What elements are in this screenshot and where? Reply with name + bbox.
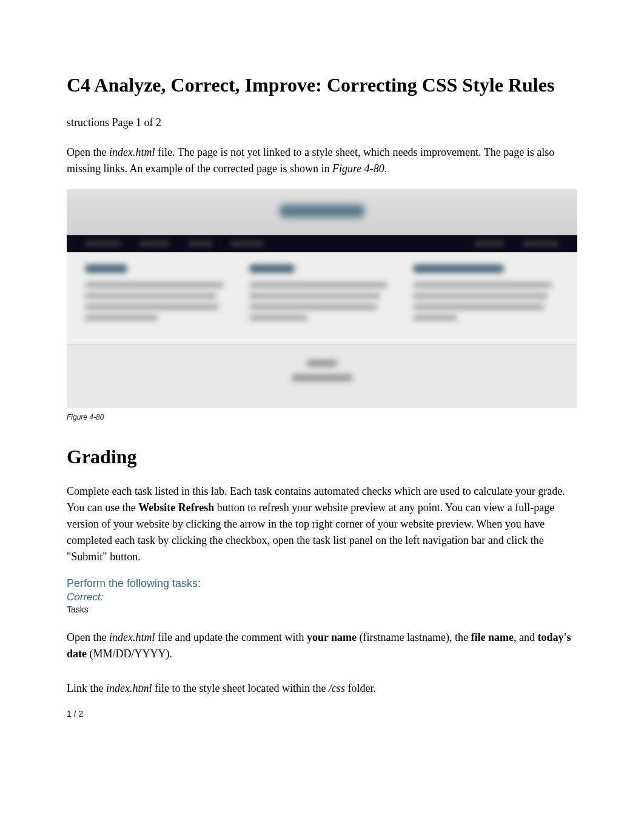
- intro-figure-ref: Figure 4-80: [332, 163, 384, 175]
- figure-nav-bar: [67, 235, 577, 252]
- column-heading-placeholder: [413, 264, 504, 273]
- subtitle-text: structions Page 1 of 2: [67, 116, 577, 129]
- footer-text-placeholder: [307, 360, 337, 367]
- column-text-placeholder: [249, 282, 388, 288]
- column-text-placeholder: [249, 315, 307, 321]
- nav-item-placeholder: [139, 241, 170, 247]
- column-text-placeholder: [413, 304, 545, 310]
- column-text-placeholder: [413, 293, 547, 299]
- figure-footer: [67, 344, 577, 408]
- nav-item-placeholder: [230, 241, 264, 247]
- grading-paragraph: Complete each task listed in this lab. E…: [67, 483, 577, 565]
- task1-bold-2: file name: [471, 631, 514, 643]
- column-text-placeholder: [85, 304, 219, 310]
- column-text-placeholder: [249, 304, 378, 310]
- task1-text-5: (MM/DD/YYYY).: [87, 648, 172, 660]
- footer-text-placeholder: [292, 374, 352, 381]
- tasks-label: Tasks: [67, 605, 577, 614]
- figure-title-placeholder: [280, 204, 364, 218]
- task1-text-4: , and: [514, 631, 538, 643]
- task1-bold-1: your name: [307, 631, 357, 643]
- nav-item-placeholder: [523, 241, 559, 247]
- intro-paragraph: Open the index.html file. The page is no…: [67, 144, 577, 177]
- task-2-paragraph: Link the index.html file to the style sh…: [67, 680, 577, 697]
- column-heading-placeholder: [249, 264, 295, 273]
- figure-column: [413, 264, 559, 326]
- task1-file: index.html: [109, 631, 155, 643]
- column-text-placeholder: [413, 315, 457, 321]
- nav-item-placeholder: [85, 241, 121, 247]
- grading-heading: Grading: [67, 446, 577, 468]
- task2-file: index.html: [106, 682, 152, 694]
- grading-bold-1: Website Refresh: [138, 501, 214, 514]
- figure-caption: Figure 4-80: [67, 413, 577, 421]
- task2-text-3: folder.: [345, 682, 376, 694]
- column-text-placeholder: [413, 282, 552, 288]
- figure-column: [249, 264, 395, 326]
- task1-text-1: Open the: [67, 631, 109, 643]
- task1-text-3: (firstname lastname), the: [357, 631, 471, 643]
- figure-content: [67, 252, 577, 344]
- correct-label: Correct:: [67, 591, 577, 603]
- tasks-heading: Perform the following tasks:: [67, 577, 577, 590]
- task2-text-1: Link the: [67, 682, 106, 694]
- task2-folder: /css: [329, 682, 345, 694]
- intro-text-1: Open the: [67, 146, 109, 158]
- task-1-paragraph: Open the index.html file and update the …: [67, 629, 577, 662]
- column-heading-placeholder: [85, 264, 127, 273]
- column-text-placeholder: [85, 293, 216, 299]
- task2-text-2: file to the style sheet located within t…: [152, 682, 328, 694]
- intro-filename: index.html: [109, 146, 155, 158]
- nav-item-placeholder: [188, 241, 212, 247]
- page-number: 1 / 2: [67, 709, 577, 719]
- column-text-placeholder: [85, 282, 224, 288]
- column-text-placeholder: [249, 293, 381, 299]
- task1-text-2: file and update the comment with: [155, 631, 306, 643]
- figure-column: [85, 264, 231, 326]
- figure-header: [67, 189, 577, 235]
- page-title: C4 Analyze, Correct, Improve: Correcting…: [67, 73, 577, 98]
- nav-item-placeholder: [474, 241, 505, 247]
- column-text-placeholder: [85, 315, 158, 321]
- intro-text-3: .: [384, 163, 387, 175]
- figure-preview: [67, 189, 577, 408]
